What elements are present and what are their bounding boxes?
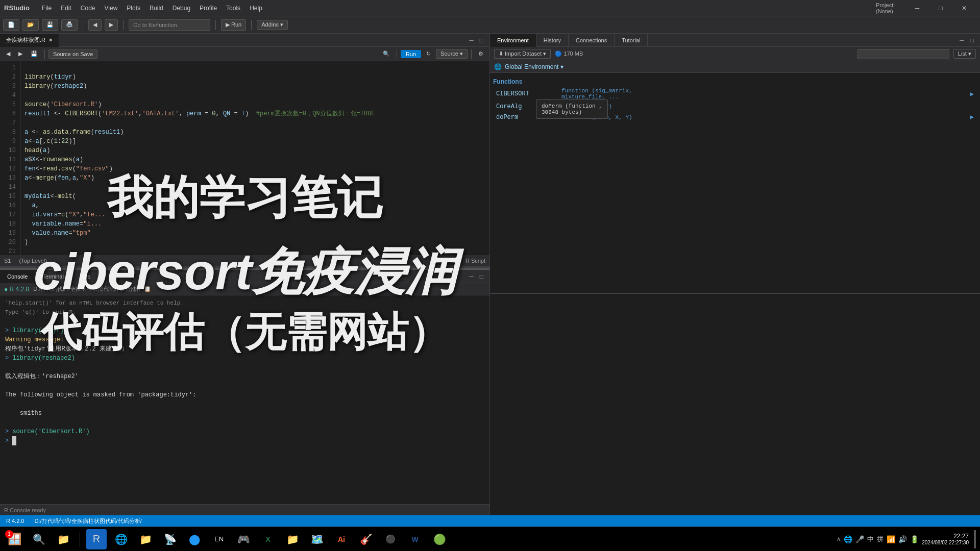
start-button[interactable]: 🪟 1 [4, 529, 24, 549]
code-content[interactable]: library(tidyr) library(reshape2) source(… [20, 61, 489, 255]
main-statusbar: R 4.2.0 D:/打代码代码/全疾病柱状图代码/代码分析/ [0, 515, 980, 527]
editor-save-file-button[interactable]: 💾 [28, 49, 41, 58]
run-toolbar-button[interactable]: ▶ Run [221, 19, 246, 31]
line-numbers: 12345 678910 1112131415 1617181920 21 [0, 61, 20, 255]
taskbar-folder-icon[interactable]: 📁 [135, 529, 156, 549]
env-tab-history[interactable]: History [536, 34, 569, 47]
clock-date: 2024/08/02 22:27:30 [922, 540, 969, 545]
editor-search-button[interactable]: 🔍 [380, 49, 393, 58]
titlebar: RStudio File Edit Code View Plots Build … [0, 0, 980, 16]
taskbar-game-icon[interactable]: 🎮 [233, 529, 254, 549]
toolbar-separator-2 [123, 20, 124, 30]
env-tab-tutorial[interactable]: Tutorial [615, 34, 648, 47]
editor-back-button[interactable]: ◀ [3, 49, 13, 58]
forward-button[interactable]: ▶ [105, 19, 118, 31]
console-path-text: D:/打代码代码/全疾病柱状图代码/代码分析/ [33, 285, 140, 293]
save-button[interactable]: 💾 [42, 19, 58, 31]
menu-file[interactable]: File [38, 3, 56, 14]
console-minimize-button[interactable]: ─ [467, 272, 476, 281]
menu-profile[interactable]: Profile [195, 3, 221, 14]
clock-time: 22:27 [953, 533, 969, 540]
env-expand-doperm[interactable]: ▶ [970, 113, 974, 121]
env-tab-controls: ─ □ [958, 36, 980, 45]
env-search-input[interactable] [857, 49, 949, 59]
taskbar: 🪟 1 🔍 📁 R 🌐 📁 📡 ⬤ EN 🎮 X 📁 🗺️ Ai 🎸 ⚫ W 🟢… [0, 527, 980, 551]
toolbar-separator-4 [251, 20, 252, 30]
print-button[interactable]: 🖨️ [61, 19, 78, 31]
editor-tab-label: 全疾病柱状图.R [6, 36, 45, 44]
taskbar-green-icon[interactable]: 🟢 [429, 529, 450, 549]
menu-view[interactable]: View [101, 3, 122, 14]
statusbar-path: D:/打代码代码/全疾病柱状图代码/代码分析/ [34, 517, 141, 525]
back-button[interactable]: ◀ [88, 19, 102, 31]
taskbar-chinese-char[interactable]: 中 [867, 535, 874, 544]
console-tab-jobs[interactable]: Jobs [71, 270, 98, 283]
doperm-tooltip: doPerm (function , 30848 bytes) [536, 99, 608, 119]
menu-help[interactable]: Help [246, 3, 266, 14]
taskbar-excel-icon[interactable]: X [258, 529, 278, 549]
menu-build[interactable]: Build [145, 3, 167, 14]
close-button[interactable]: ✕ [952, 0, 976, 16]
editor-forward-button[interactable]: ▶ [15, 49, 26, 58]
editor-rerun-button[interactable]: ↻ [423, 49, 434, 58]
console-line-4: > library(reshape2) [5, 354, 484, 363]
taskbar-rstudio-icon[interactable]: R [86, 529, 107, 549]
toolbar-separator [83, 20, 83, 30]
env-tab-environment[interactable]: Environment [490, 34, 536, 47]
editor-tab-active[interactable]: 全疾病柱状图.R ✕ [0, 34, 59, 47]
taskbar-network-icon[interactable]: 📡 [160, 529, 180, 549]
go-to-function-button[interactable]: Go to file/function [129, 19, 210, 31]
editor-status-context: (Top Level) [19, 258, 46, 264]
taskbar-word-icon[interactable]: W [405, 529, 425, 549]
taskbar-circle-icon[interactable]: ⬤ [184, 529, 205, 549]
taskbar-network-icon-sys: 🌐 [844, 535, 852, 543]
editor-settings-button[interactable]: ⚙ [475, 49, 486, 58]
console-maximize-button[interactable]: □ [478, 272, 485, 281]
code-editor[interactable]: 12345 678910 1112131415 1617181920 21 li… [0, 61, 489, 255]
menu-plots[interactable]: Plots [122, 3, 144, 14]
menu-edit[interactable]: Edit [57, 3, 76, 14]
addins-button[interactable]: Addins ▾ [257, 20, 288, 30]
taskbar-music-icon[interactable]: 🎸 [356, 529, 376, 549]
console-prompt-active: > [5, 436, 484, 445]
editor-toolbar: ◀ ▶ 💾 Source on Save 🔍 Run ↻ Source ▾ ⚙ [0, 47, 489, 61]
taskbar-chevron[interactable]: ∧ [837, 536, 841, 542]
editor-status-level: S1 [4, 258, 11, 264]
maximize-button[interactable]: □ [929, 0, 952, 16]
env-expand-cibersort[interactable]: ▶ [970, 90, 974, 98]
taskbar-separator [80, 532, 80, 547]
console-content[interactable]: 'help.start()' for an HTML browser inter… [0, 295, 489, 504]
env-tab-connections[interactable]: Connections [569, 34, 615, 47]
new-file-button[interactable]: 📄 [3, 19, 19, 31]
editor-tab-close[interactable]: ✕ [48, 37, 53, 43]
source-button[interactable]: Source ▾ [436, 49, 468, 59]
env-minimize-button[interactable]: ─ [958, 36, 966, 45]
editor-minimize-button[interactable]: ─ [467, 36, 476, 45]
editor-maximize-button[interactable]: □ [478, 36, 485, 45]
console-tab-console[interactable]: Console [0, 270, 35, 283]
taskbar-github-icon[interactable]: ⚫ [380, 529, 401, 549]
minimize-button[interactable]: ─ [905, 0, 929, 16]
file-explorer-button[interactable]: 📁 [53, 529, 74, 549]
env-maximize-button[interactable]: □ [968, 36, 976, 45]
run-button[interactable]: Run [401, 50, 421, 58]
taskbar-pinyin-char[interactable]: 拼 [877, 535, 884, 544]
editor-section: 全疾病柱状图.R ✕ ─ □ ◀ ▶ 💾 Source on Save 🔍 Ru… [0, 34, 489, 266]
taskbar-ai-icon[interactable]: Ai [331, 529, 352, 549]
taskbar-edge-icon[interactable]: 🌐 [111, 529, 131, 549]
menu-code[interactable]: Code [77, 3, 100, 14]
taskbar-lang-en[interactable]: EN [209, 529, 229, 549]
import-dataset-button[interactable]: ⬇ Import Dataset ▾ [494, 49, 551, 59]
taskbar-folder2-icon[interactable]: 📁 [282, 529, 303, 549]
search-taskbar-button[interactable]: 🔍 [29, 529, 49, 549]
clock[interactable]: 22:27 2024/08/02 22:27:30 [922, 533, 969, 545]
console-tab-terminal[interactable]: Terminal [35, 270, 71, 283]
taskbar-map-icon[interactable]: 🗺️ [307, 529, 327, 549]
source-on-save-button[interactable]: Source on Save [48, 49, 97, 59]
menu-tools[interactable]: Tools [222, 3, 244, 14]
env-list-button[interactable]: List ▾ [953, 49, 976, 59]
taskbar-show-desktop[interactable] [974, 530, 976, 548]
menu-debug[interactable]: Debug [168, 3, 194, 14]
open-file-button[interactable]: 📂 [22, 19, 39, 31]
env-name-cibersort: CIBERSORT [496, 90, 557, 97]
